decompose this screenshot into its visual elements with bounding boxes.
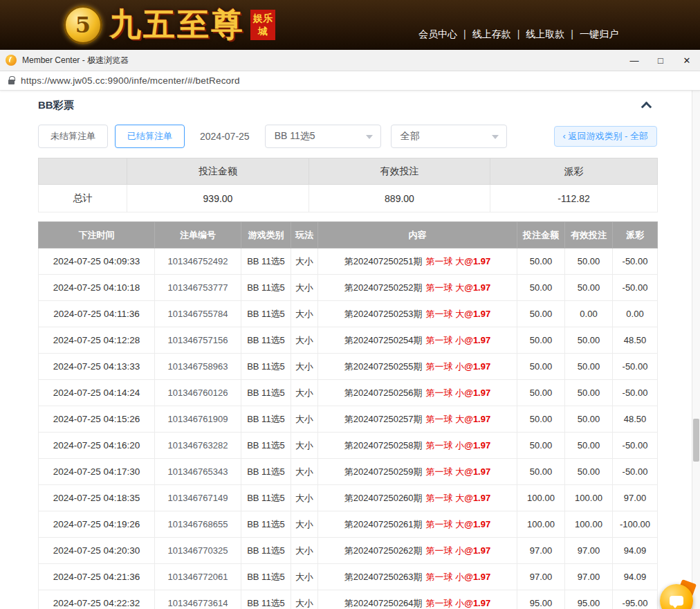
url-text[interactable]: https://www.jw05.cc:9900/infe/mcenter/#/…: [21, 75, 240, 86]
bet-content: 第202407250262期第一球 小@1.97: [318, 538, 517, 564]
play-type: 大小: [291, 354, 318, 380]
bet-record-table: 下注时间 注单编号 游戏类别 玩法 内容 投注金额 有效投注 派彩 2024-0…: [38, 221, 658, 609]
period-text: 第202407250254期: [344, 335, 423, 345]
customer-service-button[interactable]: [660, 584, 693, 609]
odds-text: @1.97: [464, 309, 490, 319]
summary-table: 投注金额 有效投注 派彩 总计 939.00 889.00 -112.82: [38, 158, 658, 212]
odds-text: @1.97: [464, 361, 490, 372]
bet-content: 第202407250260期第一球 大@1.97: [318, 485, 517, 511]
nav-member-center[interactable]: 会员中心: [418, 28, 457, 39]
order-id: 101346757156: [155, 327, 241, 354]
settled-bets-button[interactable]: 已结算注单: [115, 125, 185, 148]
period-text: 第202407250251期: [344, 256, 423, 266]
game-category: BB 11选5: [241, 459, 291, 485]
order-id: 101346760126: [155, 380, 241, 406]
table-row: 2024-07-25 04:22:32 101346773614 BB 11选5…: [39, 590, 658, 609]
odds-text: @1.97: [464, 466, 490, 477]
bet-time: 2024-07-25 04:19:26: [39, 511, 155, 538]
order-id: 101346765343: [155, 459, 241, 485]
valid-bet: 50.00: [565, 248, 613, 275]
column-header-bet-amount: 投注金额: [517, 222, 565, 248]
play-type: 大小: [291, 433, 318, 459]
window-controls: — □ ✕: [621, 50, 700, 71]
game-category: BB 11选5: [241, 406, 291, 433]
valid-bet: 50.00: [565, 380, 613, 406]
pick-text: 第一球 小: [426, 361, 465, 372]
game-select[interactable]: BB 11选5: [265, 125, 381, 148]
play-type: 大小: [291, 485, 318, 511]
section-title: BB彩票: [38, 99, 74, 112]
site-logo-badge: 娱乐城: [250, 10, 275, 40]
play-type: 大小: [291, 538, 318, 564]
game-category: BB 11选5: [241, 590, 291, 609]
valid-bet: 97.00: [565, 564, 613, 590]
column-header-game: 游戏类别: [241, 222, 291, 248]
game-category: BB 11选5: [241, 301, 291, 327]
play-type: 大小: [291, 406, 318, 433]
scrollbar[interactable]: [692, 71, 700, 609]
bet-amount: 97.00: [517, 538, 565, 564]
game-select-value: BB 11选5: [275, 130, 315, 143]
order-id: 101346772061: [155, 564, 241, 590]
period-text: 第202407250253期: [344, 309, 423, 319]
period-text: 第202407250252期: [344, 282, 423, 293]
coin-logo-icon: 5: [64, 6, 102, 44]
nav-one-key-transfer[interactable]: 一键归户: [580, 28, 618, 39]
collapse-chevron-up-icon[interactable]: [641, 102, 652, 113]
chevron-down-icon: [492, 135, 499, 139]
back-to-game-category-button[interactable]: ‹ 返回游戏类别 - 全部: [554, 126, 658, 147]
maximize-button[interactable]: □: [647, 50, 674, 71]
valid-bet: 50.00: [565, 459, 613, 485]
scrollbar-thumb[interactable]: [693, 419, 699, 462]
valid-bet: 50.00: [565, 406, 613, 433]
site-header: 5 九五至尊 娱乐城 会员中心|线上存款|线上取款|一键归户: [0, 0, 700, 50]
nav-deposit[interactable]: 线上存款: [472, 28, 511, 39]
bet-time: 2024-07-25 04:16:20: [39, 433, 155, 459]
table-row: 2024-07-25 04:17:30 101346765343 BB 11选5…: [39, 459, 658, 485]
bet-content: 第202407250257期第一球 大@1.97: [318, 406, 517, 433]
odds-text: @1.97: [464, 414, 490, 424]
column-header-content: 内容: [318, 222, 517, 248]
play-type: 大小: [291, 511, 318, 538]
pick-text: 第一球 小: [426, 572, 465, 582]
bet-amount: 50.00: [517, 433, 565, 459]
odds-text: @1.97: [464, 545, 490, 556]
scope-select[interactable]: 全部: [391, 125, 507, 148]
date-filter[interactable]: 2024-07-25: [200, 131, 250, 142]
odds-text: @1.97: [464, 256, 490, 266]
table-row: 2024-07-25 04:19:26 101346768655 BB 11选5…: [39, 511, 658, 538]
valid-bet: 0.00: [565, 301, 613, 327]
minimize-button[interactable]: —: [621, 50, 647, 71]
chevron-down-icon: [366, 135, 373, 139]
bet-amount: 50.00: [517, 459, 565, 485]
summary-bet-amount: 939.00: [127, 185, 309, 212]
address-bar[interactable]: https://www.jw05.cc:9900/infe/mcenter/#/…: [0, 71, 700, 91]
bet-time: 2024-07-25 04:11:36: [39, 301, 155, 327]
close-button[interactable]: ✕: [674, 50, 700, 71]
site-logo[interactable]: 5 九五至尊 娱乐城: [64, 3, 275, 46]
bet-content: 第202407250251期第一球 大@1.97: [318, 248, 517, 275]
browser-title-bar: Member Center - 极速浏览器 — □ ✕: [0, 50, 700, 71]
play-type: 大小: [291, 275, 318, 301]
game-category: BB 11选5: [241, 248, 291, 275]
nav-withdraw[interactable]: 线上取款: [526, 28, 564, 39]
bet-amount: 50.00: [517, 275, 565, 301]
bet-amount: 50.00: [517, 380, 565, 406]
valid-bet: 95.00: [565, 590, 613, 609]
bet-time: 2024-07-25 04:17:30: [39, 459, 155, 485]
unsettled-bets-button[interactable]: 未结算注单: [38, 125, 108, 148]
table-row: 2024-07-25 04:21:36 101346772061 BB 11选5…: [39, 564, 658, 590]
table-row: 2024-07-25 04:18:35 101346767149 BB 11选5…: [39, 485, 658, 511]
pick-text: 第一球 小: [426, 598, 465, 608]
bet-time: 2024-07-25 04:12:28: [39, 327, 155, 354]
play-type: 大小: [291, 459, 318, 485]
odds-text: @1.97: [464, 519, 490, 529]
table-row: 2024-07-25 04:15:26 101346761909 BB 11选5…: [39, 406, 658, 433]
bet-time: 2024-07-25 04:22:32: [39, 590, 155, 609]
payout: 48.50: [613, 406, 658, 433]
bet-content: 第202407250255期第一球 小@1.97: [318, 354, 517, 380]
site-logo-title: 九五至尊: [109, 3, 245, 46]
period-text: 第202407250263期: [344, 572, 423, 582]
order-id: 101346770325: [155, 538, 241, 564]
payout: -100.00: [613, 511, 658, 538]
